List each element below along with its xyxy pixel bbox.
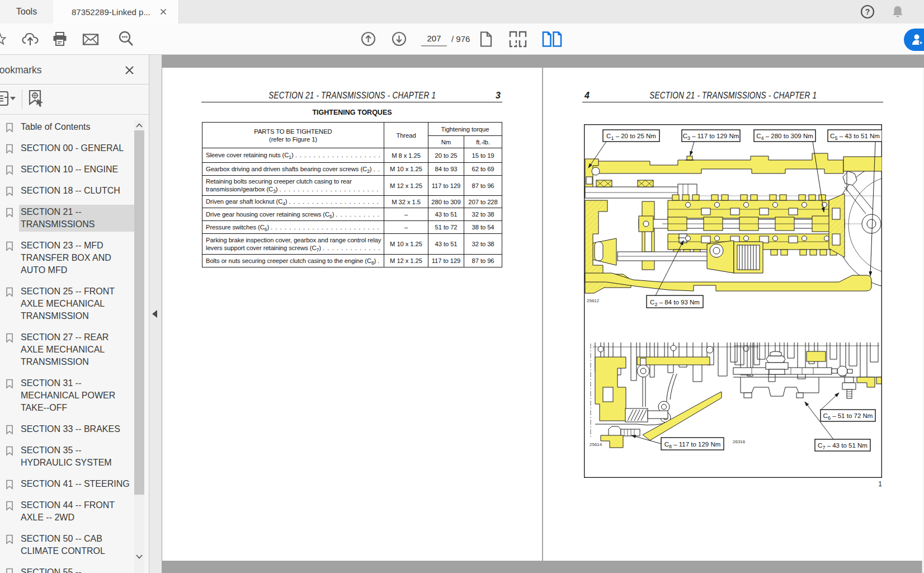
page4-header: SECTION 21 - TRANSMISSIONS - CHAPTER 1 xyxy=(543,91,923,101)
bookmark-icon xyxy=(6,208,13,218)
bookmark-label: SECTION 00 - GENERAL xyxy=(21,142,131,154)
col-header-torque: Tightening torque xyxy=(428,123,502,136)
bookmark-item[interactable]: SECTION 27 -- REAR AXLE MECHANICAL TRANS… xyxy=(0,331,131,368)
bookmark-item[interactable]: SECTION 41 -- STEERING xyxy=(0,478,131,490)
bookmark-item[interactable]: SECTION 00 - GENERAL xyxy=(0,142,131,154)
cell-part: Gearbox driving and driven shafts bearin… xyxy=(202,163,384,176)
acrobat-window: Tools 87352289-Linked p... ? xyxy=(0,0,924,573)
cell-thread: M 12 x 1.25 xyxy=(384,176,428,196)
page-number-input[interactable]: 207 xyxy=(421,31,447,46)
bookmarks-close-icon[interactable] xyxy=(125,65,134,75)
document-area: SECTION 21 - TRANSMISSIONS - CHAPTER 1 3… xyxy=(162,55,924,573)
scroll-pages-icon[interactable] xyxy=(508,30,528,48)
help-icon[interactable]: ? xyxy=(860,4,875,19)
bookmark-item[interactable]: SECTION 31 -- MECHANICAL POWER TAKE--OFF xyxy=(0,377,131,414)
bookmark-label: SECTION 25 -- FRONT AXLE MECHANICAL TRAN… xyxy=(21,285,131,322)
torque-table-row: Parking brake inspection cover, gearbox … xyxy=(202,234,502,255)
bookmark-item[interactable]: SECTION 25 -- FRONT AXLE MECHANICAL TRAN… xyxy=(0,285,131,322)
email-icon[interactable] xyxy=(82,31,100,48)
bookmark-item[interactable]: SECTION 21 -- TRANSMISSIONS xyxy=(0,206,131,231)
bookmark-icon xyxy=(6,534,13,544)
cell-ftlb: 87 to 96 xyxy=(464,176,502,196)
cell-part: Pressure switches (C6) xyxy=(202,221,384,234)
bookmark-label: SECTION 27 -- REAR AXLE MECHANICAL TRANS… xyxy=(21,331,131,368)
bookmark-label: Table of Contents xyxy=(21,121,131,133)
figure-footnote: 1 xyxy=(584,480,882,488)
bell-icon[interactable] xyxy=(890,4,905,19)
scroll-down-icon[interactable] xyxy=(134,552,144,562)
single-page-icon[interactable] xyxy=(479,31,493,48)
tab-tools-label: Tools xyxy=(16,7,37,17)
bookmarks-panel: Bookmarks Table of ContentsSECTION 00 - … xyxy=(0,55,149,573)
bookmark-item[interactable]: SECTION 23 -- MFD TRANSFER BOX AND AUTO … xyxy=(0,239,131,276)
torque-table-row: Gearbox driving and driven shafts bearin… xyxy=(202,163,502,176)
bookmark-label: SECTION 44 -- FRONT AXLE -- 2WD xyxy=(21,499,131,524)
bookmark-item[interactable]: SECTION 44 -- FRONT AXLE -- 2WD xyxy=(0,499,131,524)
cell-part: Parking brake inspection cover, gearbox … xyxy=(202,234,384,255)
pdf-page-4: SECTION 21 - TRANSMISSIONS - CHAPTER 1 4 xyxy=(543,68,923,561)
bookmark-icon xyxy=(6,568,13,573)
bookmark-label: SECTION 41 -- STEERING xyxy=(21,478,131,490)
bookmark-icon xyxy=(6,333,13,343)
print-icon[interactable] xyxy=(51,31,68,48)
torque-table-row: Drive gear housing cover retaining screw… xyxy=(202,208,502,221)
two-page-view-icon[interactable] xyxy=(541,31,563,48)
tab-document[interactable]: 87352289-Linked p... xyxy=(53,0,179,24)
options-caret-icon xyxy=(10,97,16,100)
cloud-upload-icon[interactable] xyxy=(21,31,39,48)
cell-ftlb: 207 to 228 xyxy=(464,196,502,208)
col-header-thread: Thread xyxy=(384,123,428,148)
find-bookmark-icon[interactable] xyxy=(28,90,45,107)
cell-ftlb: 38 to 54 xyxy=(464,221,502,234)
scroll-up-icon[interactable] xyxy=(134,120,144,130)
col-header-parts: PARTS TO BE TIGHTENED (refer to Figure 1… xyxy=(202,123,384,148)
cell-nm: 43 to 51 xyxy=(428,234,464,255)
figure-border xyxy=(584,125,882,478)
tab-close-icon[interactable] xyxy=(158,7,168,17)
bookmark-icon xyxy=(6,501,13,511)
bookmark-item[interactable]: SECTION 35 -- HYDRAULIC SYSTEM xyxy=(0,444,131,469)
tab-document-title: 87352289-Linked p... xyxy=(72,7,150,17)
page3-number: 3 xyxy=(496,91,501,101)
cell-nm: 20 to 25 xyxy=(428,148,464,163)
bookmark-item[interactable]: SECTION 10 -- ENGINE xyxy=(0,163,131,176)
svg-text:?: ? xyxy=(865,7,870,16)
page4-header-rule xyxy=(582,102,883,102)
share-person-icon[interactable] xyxy=(904,29,924,51)
main-toolbar: 207 / 976 xyxy=(0,24,924,55)
bookmark-icon xyxy=(6,425,13,435)
bookmark-item[interactable]: SECTION 55 -- xyxy=(0,566,131,573)
tab-tools[interactable]: Tools xyxy=(0,0,53,24)
cell-part: Sleeve cover retaining nuts (C1) xyxy=(202,148,384,163)
page-up-icon[interactable] xyxy=(361,31,376,46)
page3-header-rule xyxy=(201,102,502,102)
figure-number-25614: 25614 xyxy=(590,442,602,447)
page-down-icon[interactable] xyxy=(392,31,407,46)
bookmark-label: SECTION 31 -- MECHANICAL POWER TAKE--OFF xyxy=(21,377,131,414)
cell-thread: M 12 x 1.25 xyxy=(384,255,428,267)
bookmark-label: SECTION 35 -- HYDRAULIC SYSTEM xyxy=(21,444,131,469)
torque-table-row: Sleeve cover retaining nuts (C1)M 8 x 1.… xyxy=(202,148,502,163)
cell-thread: – xyxy=(384,208,428,221)
sidebar-scrollbar[interactable] xyxy=(134,120,144,573)
cell-part: Drive gear housing cover retaining screw… xyxy=(202,208,384,221)
bookmark-icon xyxy=(6,480,13,490)
bookmark-label: SECTION 55 -- xyxy=(21,566,131,573)
bookmark-item[interactable]: SECTION 33 -- BRAKES xyxy=(0,423,131,435)
page4-number: 4 xyxy=(584,91,590,101)
bookmark-icon xyxy=(6,165,13,175)
scrollbar-thumb[interactable] xyxy=(134,130,144,495)
cell-nm: 51 to 72 xyxy=(428,221,464,234)
collapse-panel-icon[interactable] xyxy=(152,310,157,318)
col-header-ftlb: ft.-lb. xyxy=(464,136,502,148)
torque-table-row: Bolts or nuts securing creeper clutch ca… xyxy=(202,255,502,267)
cell-thread: M 10 x 1.25 xyxy=(384,163,428,176)
bookmark-item[interactable]: SECTION 50 -- CAB CLIMATE CONTROL xyxy=(0,533,131,557)
options-icon[interactable] xyxy=(0,91,9,106)
cell-ftlb: 87 to 96 xyxy=(464,255,502,267)
bookmark-item[interactable]: Table of Contents xyxy=(0,121,131,133)
star-icon[interactable] xyxy=(0,31,7,48)
search-zoom-icon[interactable] xyxy=(117,30,135,48)
bookmark-icon xyxy=(6,287,13,297)
bookmark-item[interactable]: SECTION 18 -- CLUTCH xyxy=(0,185,131,197)
